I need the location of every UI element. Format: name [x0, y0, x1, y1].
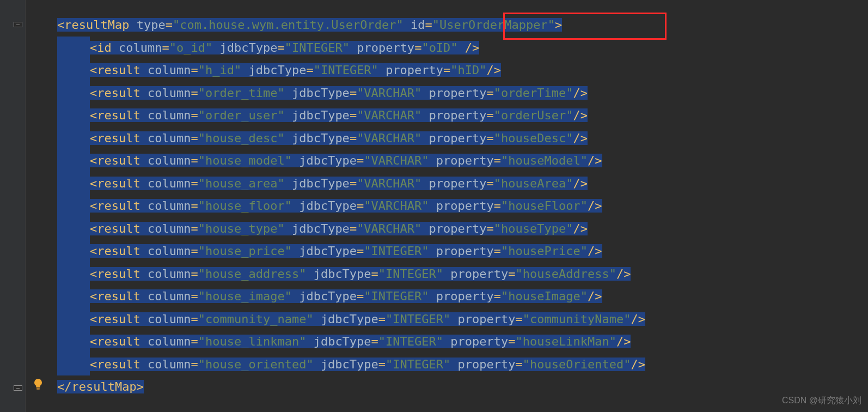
code-line: <result column="house_floor" jdbcType="V…: [26, 195, 868, 217]
fold-icon[interactable]: [14, 385, 22, 391]
svg-rect-0: [36, 388, 40, 390]
code-line: <result column="house_price" jdbcType="I…: [26, 240, 868, 263]
editor-gutter: [0, 0, 26, 412]
code-line: <result column="h_id" jdbcType="INTEGER"…: [26, 59, 868, 82]
code-line: <result column="house_linkman" jdbcType=…: [26, 330, 868, 353]
code-line: <result column="house_image" jdbcType="I…: [26, 285, 868, 308]
fold-icon[interactable]: [14, 22, 22, 27]
code-line: </resultMap>: [26, 375, 868, 398]
code-line: <result column="house_oriented" jdbcType…: [26, 353, 868, 376]
watermark-text: CSDN @研究猿小刘: [782, 395, 861, 407]
code-line: <resultMap type="com.house.wym.entity.Us…: [26, 14, 868, 37]
code-line: <result column="order_user" jdbcType="VA…: [26, 104, 868, 127]
code-line: <result column="house_type" jdbcType="VA…: [26, 217, 868, 240]
code-line: <result column="house_desc" jdbcType="VA…: [26, 127, 868, 150]
code-line: <result column="community_name" jdbcType…: [26, 308, 868, 331]
code-editor[interactable]: <resultMap type="com.house.wym.entity.Us…: [26, 0, 868, 398]
code-line: <result column="house_model" jdbcType="V…: [26, 149, 868, 172]
code-line: <id column="o_id" jdbcType="INTEGER" pro…: [26, 37, 868, 59]
intention-bulb-icon[interactable]: [32, 378, 45, 391]
code-line: <result column="house_area" jdbcType="VA…: [26, 172, 868, 195]
code-line: <result column="order_time" jdbcType="VA…: [26, 82, 868, 105]
code-line: <result column="house_address" jdbcType=…: [26, 263, 868, 286]
